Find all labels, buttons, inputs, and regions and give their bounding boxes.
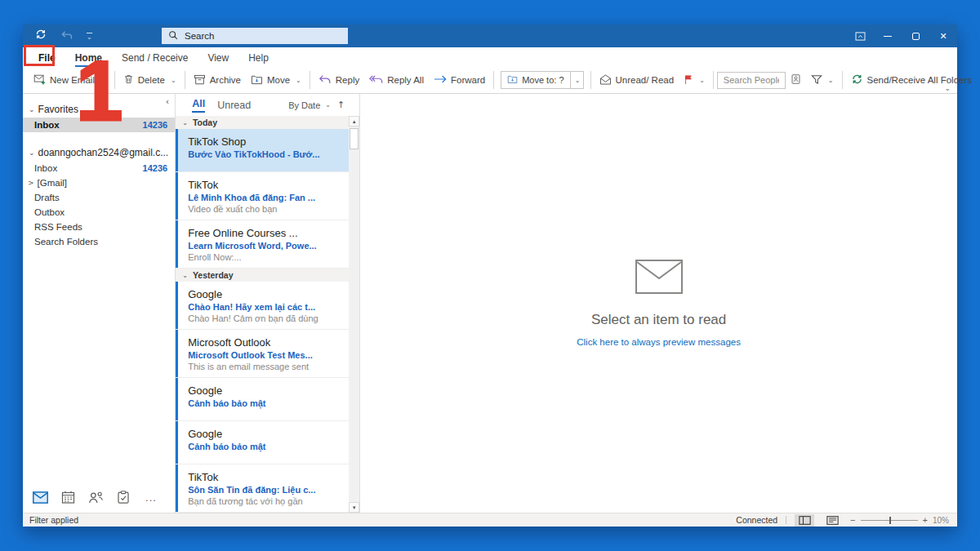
follow-up-button[interactable]: ⌄ (679, 70, 710, 91)
scroll-up-icon[interactable]: ▲ (349, 116, 359, 127)
mail-list-item[interactable]: GoogleCảnh báo bảo mật (176, 421, 349, 464)
folder-item-inbox[interactable]: Inbox14236 (23, 161, 175, 176)
folder-item-outbox[interactable]: Outbox (23, 205, 175, 220)
minimize-icon[interactable] (874, 24, 902, 47)
sync-icon[interactable] (35, 29, 47, 43)
mail-subject: Microsoft Outlook Test Mes... (188, 349, 342, 361)
menu-item-send-receive[interactable]: Send / Receive (112, 50, 198, 67)
mail-sender: TikTok Shop (188, 135, 342, 149)
unread-read-icon (599, 74, 612, 87)
mail-sender: Google (188, 384, 342, 398)
folder-item-search-folders[interactable]: Search Folders (23, 234, 175, 249)
move-to-quickstep[interactable]: Move to: ? (501, 71, 570, 89)
nav-more-icon[interactable]: ... (137, 488, 165, 506)
menu-item-view[interactable]: View (198, 50, 238, 67)
search-bar[interactable] (162, 28, 348, 44)
zoom-in-icon[interactable]: + (923, 515, 928, 525)
sort-by-button[interactable]: By Date ⌄ (288, 100, 331, 110)
close-icon[interactable]: ✕ (929, 24, 957, 47)
folder-section-label: Favorites (38, 104, 78, 115)
mail-list-item[interactable]: Free Online Courses ...Learn Microsoft W… (176, 220, 349, 269)
preview-messages-link[interactable]: Click here to always preview messages (577, 337, 741, 347)
chevron-down-icon[interactable]: ⌄ (171, 77, 176, 84)
tab-all[interactable]: All (192, 98, 205, 113)
collapse-folder-pane-icon[interactable]: ‹ (166, 96, 169, 107)
restore-icon[interactable] (902, 24, 929, 47)
folder-item-drafts[interactable]: Drafts (23, 190, 175, 205)
sort-direction-icon[interactable]: ↑ (337, 100, 345, 110)
forward-button[interactable]: Forward (429, 70, 490, 90)
divider (842, 71, 843, 89)
group-header-yesterday[interactable]: ⌄Yesterday (176, 269, 349, 282)
divider (310, 71, 310, 89)
archive-icon (194, 74, 206, 87)
mail-nav-icon[interactable] (26, 488, 54, 506)
search-people-input[interactable] (717, 72, 786, 89)
undo-icon[interactable] (60, 29, 73, 43)
main-area: ‹ ⌄FavoritesInbox14236⌄doanngochan2524@g… (23, 94, 957, 513)
connected-status: Connected (736, 515, 777, 525)
reading-view-icon[interactable] (822, 514, 842, 527)
chevron-down-icon: ⌄ (29, 149, 35, 157)
menu-item-label: Send / Receive (122, 52, 188, 64)
ribbon-collapse-icon[interactable]: ⌄ (944, 84, 951, 92)
move-label: Move (267, 75, 290, 85)
delete-button[interactable]: Delete ⌄ (118, 69, 181, 91)
mail-subject: Cảnh báo bảo mật (188, 398, 342, 409)
mail-subject: Cảnh báo bảo mật (188, 441, 342, 452)
chevron-down-icon[interactable]: ⌄ (828, 77, 834, 84)
mail-list-item[interactable]: GoogleChào Han! Hãy xem lại các t...Chào… (176, 282, 349, 330)
scroll-down-icon[interactable]: ▼ (349, 502, 359, 513)
tasks-nav-icon[interactable] (109, 488, 137, 506)
search-people-box[interactable] (717, 72, 786, 89)
mail-subject: Sôn Săn Tin đã đăng: Liệu c... (188, 484, 342, 495)
forward-icon (434, 74, 447, 86)
reply-label: Reply (336, 75, 359, 85)
menu-item-help[interactable]: Help (238, 50, 278, 67)
send-receive-button[interactable]: Send/Receive All Folders (846, 69, 977, 91)
unread-count: 14236 (143, 120, 168, 130)
move-to-icon (507, 74, 518, 86)
normal-view-icon[interactable] (795, 514, 814, 527)
quickstep-chevron[interactable]: ⌄ (571, 71, 584, 89)
calendar-nav-icon[interactable] (54, 488, 82, 506)
people-nav-icon[interactable] (82, 488, 109, 506)
zoom-out-icon[interactable]: − (850, 515, 855, 525)
archive-button[interactable]: Archive (189, 70, 246, 91)
mail-list-item[interactable]: Microsoft OutlookMicrosoft Outlook Test … (176, 330, 349, 378)
scrollbar[interactable]: ▲ ▼ (349, 116, 359, 513)
reply-icon (318, 74, 332, 87)
unread-read-button[interactable]: Unread/ Read (595, 70, 679, 91)
chevron-down-icon[interactable]: ⌄ (296, 77, 301, 84)
reply-all-button[interactable]: Reply All (364, 70, 429, 91)
group-header-today[interactable]: ⌄Today (176, 116, 349, 129)
folder-section-header[interactable]: ⌄doanngochan2524@gmail.c... (23, 144, 175, 161)
chevron-down-icon[interactable]: ⌄ (699, 77, 705, 84)
menu-bar: FileHomeSend / ReceiveViewHelp (23, 47, 957, 67)
ribbon-display-options-icon[interactable] (846, 24, 874, 47)
mail-list-item[interactable]: TikTok ShopBước Vào TikTokHood - Bướ... (176, 129, 349, 172)
search-icon (168, 29, 178, 43)
folder-pane: ‹ ⌄FavoritesInbox14236⌄doanngochan2524@g… (23, 94, 176, 513)
message-list-header: All Unread By Date ⌄ ↑ (176, 94, 359, 116)
mail-list-item[interactable]: TikTokSôn Săn Tin đã đăng: Liệu c...Bạn … (176, 464, 349, 513)
move-button[interactable]: Move ⌄ (246, 70, 306, 91)
folder-item-rss-feeds[interactable]: RSS Feeds (23, 220, 175, 234)
reply-button[interactable]: Reply (314, 70, 364, 91)
zoom-slider-thumb[interactable] (889, 517, 891, 524)
zoom-slider[interactable] (861, 520, 918, 521)
mail-list-item[interactable]: TikTokLê Minh Khoa đã đăng: Fan ...Video… (176, 172, 349, 220)
zoom-level[interactable]: 10% (933, 516, 949, 525)
scrollbar-thumb[interactable] (350, 128, 359, 149)
folder-item-gmail[interactable]: >[Gmail] (23, 176, 175, 190)
filter-email-button[interactable]: ⌄ (806, 70, 839, 91)
search-input[interactable] (185, 31, 315, 41)
address-book-button[interactable] (786, 69, 806, 91)
forward-label: Forward (451, 75, 485, 85)
new-email-icon (33, 73, 46, 87)
mail-list-item[interactable]: GoogleCảnh báo bảo mật (176, 378, 349, 421)
quick-access-chevron-icon[interactable]: ⌄ (87, 33, 92, 40)
tab-unread[interactable]: Unread (217, 100, 251, 111)
window-controls: ✕ (846, 24, 957, 47)
folder-item-label: Drafts (34, 193, 60, 202)
